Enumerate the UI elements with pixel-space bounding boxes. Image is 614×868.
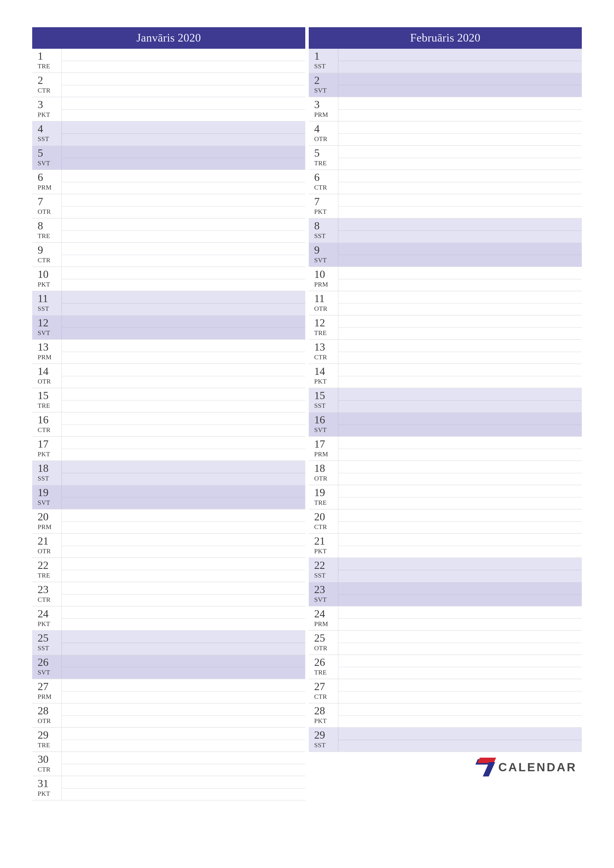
date-block: 18SST <box>32 461 62 485</box>
note-separator-line <box>62 279 305 279</box>
weekday-abbr: CTR <box>314 184 338 191</box>
note-area <box>62 291 305 315</box>
note-area <box>339 582 582 606</box>
note-separator-line <box>62 254 305 255</box>
date-block: 4SST <box>32 121 62 145</box>
date-number: 12 <box>314 318 338 329</box>
day-row: 8TRE <box>32 219 305 243</box>
date-block: 11SST <box>32 291 62 315</box>
note-area <box>339 97 582 121</box>
day-row: 2SVT <box>309 73 582 97</box>
note-separator-line <box>339 546 582 546</box>
note-separator-line <box>62 667 305 667</box>
weekday-abbr: SST <box>314 572 338 579</box>
weekday-abbr: OTR <box>37 208 61 215</box>
day-row: 29TRE <box>32 728 305 752</box>
month-header: Janvāris 2020 <box>32 27 305 49</box>
date-number: 29 <box>314 730 338 741</box>
date-block: 3PRM <box>309 97 339 121</box>
note-area <box>339 485 582 509</box>
day-row: 23SVT <box>309 582 582 606</box>
date-block: 7PKT <box>309 194 339 218</box>
date-number: 9 <box>314 245 338 256</box>
note-separator-line <box>339 352 582 352</box>
weekday-abbr: PRM <box>314 451 338 458</box>
note-separator-line <box>339 109 582 110</box>
note-area <box>62 534 305 558</box>
weekday-abbr: PRM <box>314 620 338 628</box>
date-block: 30CTR <box>32 752 62 776</box>
note-area <box>339 606 582 630</box>
month-column-january: Janvāris 2020 1TRE2CTR3PKT4SST5SVT6PRM7O… <box>32 27 305 800</box>
note-separator-line <box>339 618 582 619</box>
date-number: 5 <box>314 148 338 159</box>
weekday-abbr: OTR <box>314 475 338 482</box>
date-number: 18 <box>37 463 61 474</box>
date-block: 18OTR <box>309 461 339 485</box>
date-number: 4 <box>37 124 61 134</box>
day-row: 3PKT <box>32 97 305 121</box>
date-number: 7 <box>314 196 338 207</box>
day-row: 28PKT <box>309 704 582 728</box>
date-block: 25OTR <box>309 631 339 654</box>
date-number: 23 <box>37 584 61 595</box>
note-area <box>62 243 305 267</box>
note-area <box>62 267 305 291</box>
date-block: 10PKT <box>32 267 62 291</box>
date-number: 14 <box>37 366 61 377</box>
date-number: 5 <box>37 148 61 159</box>
seven-icon <box>475 758 495 777</box>
date-number: 22 <box>314 560 338 571</box>
day-row: 17PKT <box>32 437 305 461</box>
weekday-abbr: CTR <box>314 353 338 361</box>
note-separator-line <box>339 376 582 377</box>
note-area <box>339 194 582 218</box>
note-separator-line <box>339 643 582 643</box>
date-number: 8 <box>314 220 338 231</box>
note-separator-line <box>62 230 305 231</box>
date-block: 2SVT <box>309 73 339 97</box>
note-area <box>339 461 582 485</box>
date-block: 14OTR <box>32 364 62 388</box>
note-separator-line <box>339 158 582 158</box>
weekday-abbr: OTR <box>314 645 338 652</box>
note-area <box>339 73 582 97</box>
weekday-abbr: SVT <box>314 87 338 94</box>
date-block: 22SST <box>309 558 339 582</box>
note-area <box>339 170 582 194</box>
note-separator-line <box>339 327 582 328</box>
date-block: 20CTR <box>309 510 339 533</box>
date-block: 29SST <box>309 728 339 752</box>
note-separator-line <box>339 182 582 182</box>
note-separator-line <box>62 739 305 740</box>
weekday-abbr: CTR <box>314 523 338 531</box>
date-block: 19TRE <box>309 485 339 509</box>
note-separator-line <box>339 497 582 498</box>
day-row: 8SST <box>309 219 582 243</box>
day-row: 5SVT <box>32 146 305 170</box>
day-row: 19SVT <box>32 485 305 510</box>
note-separator-line <box>62 691 305 691</box>
weekday-abbr: SST <box>37 475 61 482</box>
weekday-abbr: TRE <box>37 63 61 70</box>
date-number: 3 <box>37 99 61 110</box>
note-separator-line <box>62 376 305 377</box>
weekday-abbr: SST <box>37 645 61 652</box>
weekday-abbr: SST <box>314 232 338 240</box>
day-row: 23CTR <box>32 582 305 606</box>
note-separator-line <box>339 230 582 231</box>
date-block: 2CTR <box>32 73 62 97</box>
note-area <box>339 704 582 727</box>
date-block: 8TRE <box>32 219 62 242</box>
note-area <box>339 437 582 460</box>
date-block: 31PKT <box>32 776 62 800</box>
date-block: 5TRE <box>309 146 339 169</box>
date-number: 14 <box>314 366 338 377</box>
weekday-abbr: PRM <box>37 693 61 701</box>
weekday-abbr: TRE <box>314 160 338 167</box>
note-area <box>62 461 305 485</box>
date-number: 2 <box>314 75 338 86</box>
day-row: 13CTR <box>309 340 582 364</box>
date-block: 20PRM <box>32 510 62 533</box>
day-row: 13PRM <box>32 340 305 364</box>
